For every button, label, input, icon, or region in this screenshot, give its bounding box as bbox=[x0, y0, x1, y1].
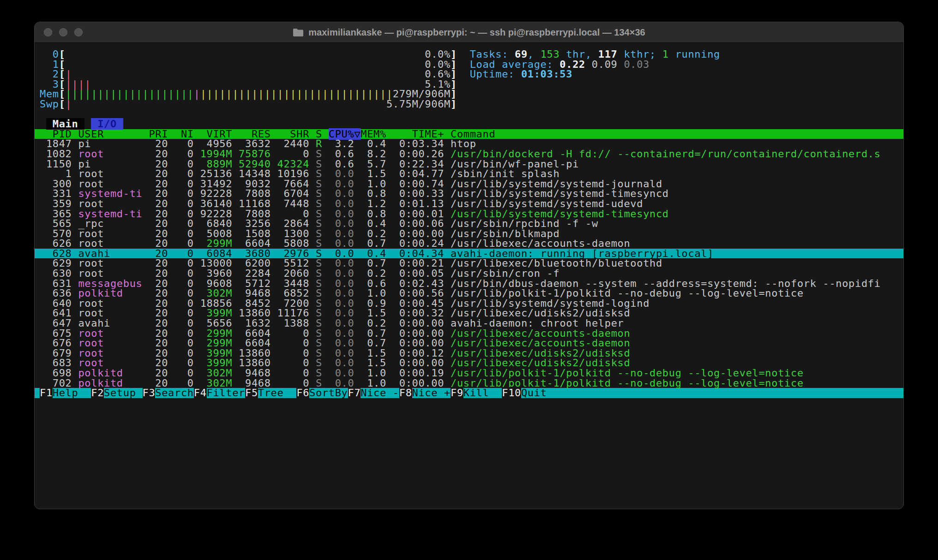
process-row[interactable]: 1847 pi 20 0 4956 3632 2440 R 3.2 0.4 0:… bbox=[35, 139, 903, 149]
fkey-f7-nice-button[interactable]: Nice - bbox=[361, 387, 399, 399]
process-row[interactable]: 647 avahi 20 0 5656 1632 1388 S 0.0 0.2 … bbox=[35, 318, 903, 328]
fkey-f10-quit-button[interactable]: Quit bbox=[521, 387, 559, 399]
fkey-f1-help-button[interactable]: Help bbox=[53, 387, 91, 399]
minimize-button[interactable] bbox=[59, 28, 67, 36]
process-row[interactable]: 698 polkitd 20 0 302M 9468 0 S 0.0 1.0 0… bbox=[35, 368, 903, 378]
fkey-f3-key[interactable]: F3 bbox=[143, 387, 156, 399]
process-row[interactable]: 628 avahi 20 0 6084 3680 2976 S 0.0 0.4 … bbox=[35, 249, 903, 259]
fkey-f9-kill-button[interactable]: Kill bbox=[463, 387, 502, 399]
terminal-content: 0[ 0.0%] Tasks: 69, 153 thr, 117 kthr; 1… bbox=[35, 43, 903, 398]
fkey-f6-sortby-button[interactable]: SortBy bbox=[309, 387, 348, 399]
fkey-f5-key[interactable]: F5 bbox=[245, 387, 258, 399]
process-row[interactable]: 641 root 20 0 399M 13860 11176 S 0.0 1.5… bbox=[35, 308, 903, 318]
process-row[interactable]: 629 root 20 0 13000 6200 5512 S 0.0 0.7 … bbox=[35, 258, 903, 268]
fkey-f8-key[interactable]: F8 bbox=[399, 387, 412, 399]
process-row[interactable]: 1 root 20 0 25136 14348 10196 S 0.0 1.5 … bbox=[35, 169, 903, 179]
process-row[interactable]: 331 systemd-ti 20 0 92228 7808 6704 S 0.… bbox=[35, 189, 903, 199]
process-row[interactable]: 679 root 20 0 399M 13860 0 S 0.0 1.5 0:0… bbox=[35, 348, 903, 358]
process-row[interactable]: 676 root 20 0 299M 6604 0 S 0.0 0.7 0:00… bbox=[35, 338, 903, 348]
table-header-row: PID USER PRI NI VIRT RES SHR S CPU%▽MEM%… bbox=[35, 129, 903, 139]
process-row[interactable]: 702 polkitd 20 0 302M 9468 0 S 0.0 1.0 0… bbox=[35, 378, 903, 388]
process-row[interactable]: 1082 root 20 0 1994M 75876 0 S 0.6 8.2 0… bbox=[35, 149, 903, 159]
folder-icon bbox=[293, 28, 304, 37]
fkey-f4-key[interactable]: F4 bbox=[194, 387, 207, 399]
fkey-f6-key[interactable]: F6 bbox=[296, 387, 309, 399]
process-row[interactable]: 683 root 20 0 399M 13860 0 S 0.0 1.5 0:0… bbox=[35, 358, 903, 368]
function-key-bar: F1Help F2Setup F3SearchF4FilterF5Tree F6… bbox=[35, 388, 903, 398]
fkey-f7-key[interactable]: F7 bbox=[348, 387, 361, 399]
fkey-f5-tree-button[interactable]: Tree bbox=[258, 387, 296, 399]
desktop: { "window": { "title": "maximiliankaske … bbox=[0, 0, 938, 560]
process-row[interactable]: 631 messagebus 20 0 9608 5712 3448 S 0.0… bbox=[35, 279, 903, 289]
process-row[interactable]: 1150 pi 20 0 889M 52940 42324 S 0.6 5.7 … bbox=[35, 159, 903, 169]
close-button[interactable] bbox=[44, 28, 52, 36]
window-title: maximiliankaske — pi@raspberrypi: ~ — ss… bbox=[293, 27, 645, 38]
blank-line bbox=[35, 109, 903, 119]
window-title-text: maximiliankaske — pi@raspberrypi: ~ — ss… bbox=[308, 27, 645, 38]
fkey-f9-key[interactable]: F9 bbox=[451, 387, 463, 399]
screen-tabs: Main I/O bbox=[35, 119, 903, 129]
process-row[interactable]: 630 root 20 0 3960 2284 2060 S 0.0 0.2 0… bbox=[35, 268, 903, 279]
cpu-meter-3: 3[|||| 5.1%] bbox=[35, 79, 903, 89]
process-row[interactable]: 359 root 20 0 36140 11168 7448 S 0.0 1.2… bbox=[35, 199, 903, 209]
fkey-f3-search-button[interactable]: Search bbox=[155, 387, 193, 399]
fkey-f1-key[interactable]: F1 bbox=[40, 387, 53, 399]
fkey-f10-key[interactable]: F10 bbox=[502, 387, 521, 399]
mem-meter: Mem[||||||||||||||||||||||||||||||||||||… bbox=[35, 89, 903, 99]
process-row[interactable]: 636 polkitd 20 0 302M 9468 6852 S 0.0 1.… bbox=[35, 288, 903, 298]
cpu-meter-2: 2[| 0.6%] Uptime: 01:03:53 bbox=[35, 69, 903, 79]
process-row[interactable]: 565 _rpc 20 0 6840 3256 2864 S 0.0 0.4 0… bbox=[35, 219, 903, 229]
titlebar: maximiliankaske — pi@raspberrypi: ~ — ss… bbox=[35, 22, 903, 43]
process-row[interactable]: 570 root 20 0 5008 1508 1300 S 0.0 0.2 0… bbox=[35, 229, 903, 239]
cpu-meter-1: 1[ 0.0%] Load average: 0.22 0.09 0.03 bbox=[35, 60, 903, 70]
process-row[interactable]: 365 systemd-ti 20 0 92228 7808 0 S 0.0 0… bbox=[35, 209, 903, 219]
fkey-f8-nice-button[interactable]: Nice + bbox=[412, 387, 451, 399]
process-row[interactable]: 675 root 20 0 299M 6604 0 S 0.0 0.7 0:00… bbox=[35, 328, 903, 339]
fkey-f2-setup-button[interactable]: Setup bbox=[104, 387, 142, 399]
fkey-f4-filter-button[interactable]: Filter bbox=[207, 387, 245, 399]
process-row[interactable]: 640 root 20 0 18856 8452 7200 S 0.0 0.9 … bbox=[35, 298, 903, 309]
traffic-lights bbox=[44, 22, 83, 42]
process-row[interactable]: 626 root 20 0 299M 6604 5808 S 0.0 0.7 0… bbox=[35, 238, 903, 249]
terminal-window: maximiliankaske — pi@raspberrypi: ~ — ss… bbox=[34, 22, 904, 509]
swp-meter: Swp[| 5.75M/906M] bbox=[35, 99, 903, 109]
fkey-f2-key[interactable]: F2 bbox=[91, 387, 104, 399]
zoom-button[interactable] bbox=[74, 28, 83, 36]
cpu-meter-0: 0[ 0.0%] Tasks: 69, 153 thr, 117 kthr; 1… bbox=[35, 49, 903, 60]
process-row[interactable]: 300 root 20 0 31492 9032 7664 S 0.0 1.0 … bbox=[35, 179, 903, 189]
